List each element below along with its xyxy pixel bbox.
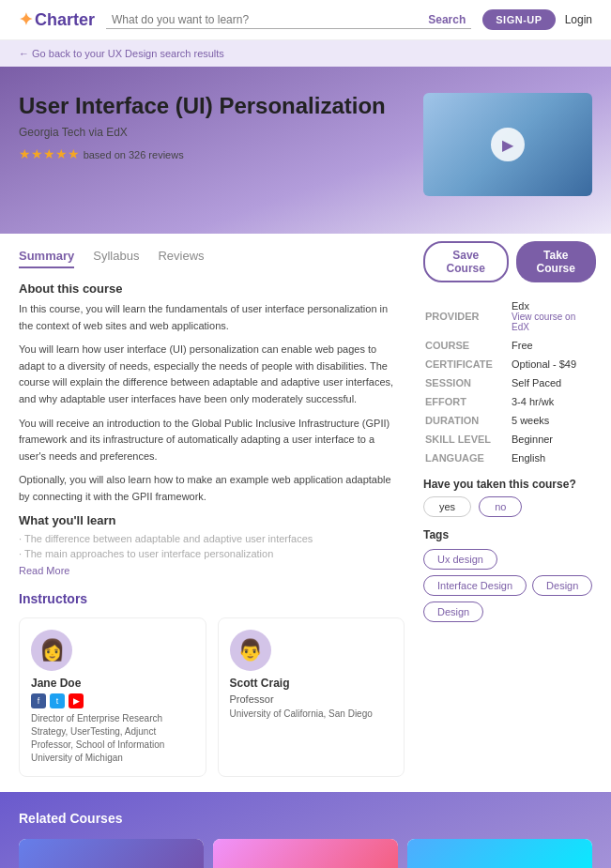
related-card-1[interactable]: Mobile Design and Usability for iOS Feat… bbox=[213, 839, 398, 868]
avatar-2: 👨 bbox=[230, 630, 271, 671]
about-para2: You will learn how user interface (UI) p… bbox=[19, 342, 405, 407]
hero-info: User Interface (UI) Personalization Geor… bbox=[19, 93, 405, 196]
learn-item-2: · The main approaches to user interface … bbox=[19, 548, 405, 559]
course-subtitle: Georgia Tech via EdX bbox=[19, 126, 405, 139]
about-title: About this course bbox=[19, 282, 405, 296]
video-thumbnail[interactable]: ▶ bbox=[423, 93, 592, 196]
tab-summary[interactable]: Summary bbox=[19, 249, 74, 268]
breadcrumb-link[interactable]: ← Go back to your UX Design search resul… bbox=[19, 48, 224, 59]
info-row-session: SESSION Self Paced bbox=[425, 374, 594, 391]
duration-value: 5 weeks bbox=[512, 412, 594, 429]
skill-value: Beginner bbox=[512, 431, 594, 448]
related-title: Related Courses bbox=[19, 811, 592, 826]
logo-text: Charter bbox=[35, 10, 95, 30]
course-stars: ★★★★★ bbox=[19, 146, 80, 161]
learn-item-1: · The difference between adaptable and a… bbox=[19, 533, 405, 544]
hero-section: User Interface (UI) Personalization Geor… bbox=[0, 67, 611, 234]
tabs: Summary Syllabus Reviews bbox=[19, 249, 405, 268]
about-para3: You will receive an introduction to the … bbox=[19, 416, 405, 465]
rating-text: based on 326 reviews bbox=[84, 149, 184, 160]
logo-icon: ✦ bbox=[19, 9, 33, 30]
hero-video[interactable]: ▶ bbox=[423, 93, 592, 196]
twitter-icon[interactable]: t bbox=[50, 693, 65, 708]
provider-link[interactable]: View course on EdX bbox=[512, 312, 594, 332]
tag-3[interactable]: Design bbox=[423, 602, 483, 622]
related-section: Related Courses Interaction Design Speci… bbox=[0, 792, 611, 868]
course-info-table: PROVIDER Edx View course on EdX COURSE F… bbox=[423, 296, 596, 468]
tag-1[interactable]: Interface Design bbox=[423, 575, 527, 596]
instructor-card-2: 👨 Scott Craig Professor University of Ca… bbox=[218, 617, 405, 777]
instructors-title: Instructors bbox=[19, 591, 405, 606]
certificate-value: Optional - $49 bbox=[512, 356, 594, 373]
yes-no-buttons: yes no bbox=[423, 496, 596, 517]
session-value: Self Paced bbox=[512, 374, 594, 391]
play-button[interactable]: ▶ bbox=[491, 128, 525, 161]
certificate-label: CERTIFICATE bbox=[425, 356, 510, 373]
youtube-icon[interactable]: ▶ bbox=[69, 693, 84, 708]
content-left: Summary Syllabus Reviews About this cour… bbox=[0, 234, 423, 792]
provider-label: PROVIDER bbox=[425, 297, 510, 335]
about-para4: Optionally, you will also learn how to m… bbox=[19, 472, 405, 505]
learn-title: What you'll learn bbox=[19, 513, 405, 527]
instructor-card-1: 👩 Jane Doe f t ▶ Director of Enterprise … bbox=[19, 617, 206, 777]
info-row-language: LANGUAGE English bbox=[425, 449, 594, 466]
info-row-duration: DURATION 5 weeks bbox=[425, 412, 594, 429]
info-row-certificate: CERTIFICATE Optional - $49 bbox=[425, 356, 594, 373]
skill-label: SKILL LEVEL bbox=[425, 431, 510, 448]
taken-question: Have you taken this course? bbox=[423, 478, 596, 491]
header-actions: SIGN-UP Login bbox=[482, 9, 592, 30]
info-row-provider: PROVIDER Edx View course on EdX bbox=[425, 297, 594, 335]
instructors-section: Instructors 👩 Jane Doe f t ▶ Director of… bbox=[19, 591, 405, 777]
instructor-name-2: Scott Craig bbox=[230, 677, 393, 690]
tag-0[interactable]: Ux design bbox=[423, 549, 497, 570]
search-button[interactable]: Search bbox=[428, 13, 466, 26]
info-row-effort: EFFORT 3-4 hr/wk bbox=[425, 393, 594, 410]
take-course-button[interactable]: Take Course bbox=[516, 241, 596, 282]
facebook-icon[interactable]: f bbox=[31, 693, 46, 708]
tag-2[interactable]: Design bbox=[532, 575, 592, 596]
yes-button[interactable]: yes bbox=[423, 496, 471, 517]
course-value: Free bbox=[512, 337, 594, 354]
language-value: English bbox=[512, 449, 594, 466]
login-button[interactable]: Login bbox=[565, 13, 592, 26]
effort-value: 3-4 hr/wk bbox=[512, 393, 594, 410]
signup-button[interactable]: SIGN-UP bbox=[482, 9, 555, 30]
related-grid: Interaction Design Specialization You wi… bbox=[19, 839, 592, 868]
save-course-button[interactable]: Save Course bbox=[423, 241, 509, 282]
provider-value: Edx View course on EdX bbox=[512, 297, 594, 335]
instructors-grid: 👩 Jane Doe f t ▶ Director of Enterprise … bbox=[19, 617, 405, 777]
header: ✦ Charter Search SIGN-UP Login bbox=[0, 0, 611, 40]
read-more-link[interactable]: Read More bbox=[19, 565, 405, 576]
instructor-name-1: Jane Doe bbox=[31, 677, 194, 690]
related-card-2[interactable]: Agile Software Development Software indu… bbox=[407, 839, 592, 868]
instructor-socials-1: f t ▶ bbox=[31, 693, 194, 708]
about-para1: In this course, you will learn the funda… bbox=[19, 301, 405, 334]
course-label: COURSE bbox=[425, 337, 510, 354]
related-card-0[interactable]: Interaction Design Specialization You wi… bbox=[19, 839, 204, 868]
instructor-desc-1: Director of Enterprise Research Strategy… bbox=[31, 712, 194, 765]
no-button[interactable]: no bbox=[479, 496, 522, 517]
card-image-2 bbox=[407, 839, 592, 868]
info-row-skill: SKILL LEVEL Beginner bbox=[425, 431, 594, 448]
card-image-0 bbox=[19, 839, 204, 868]
tags-title: Tags bbox=[423, 528, 596, 541]
avatar-1: 👩 bbox=[31, 630, 72, 671]
search-input[interactable] bbox=[112, 13, 428, 26]
instructor-institution-2: University of California, San Diego bbox=[230, 708, 393, 721]
main-content: Summary Syllabus Reviews About this cour… bbox=[0, 234, 611, 792]
breadcrumb[interactable]: ← Go back to your UX Design search resul… bbox=[0, 40, 611, 67]
effort-label: EFFORT bbox=[425, 393, 510, 410]
session-label: SESSION bbox=[425, 374, 510, 391]
course-title: User Interface (UI) Personalization bbox=[19, 93, 405, 120]
search-bar: Search bbox=[106, 11, 471, 29]
tab-syllabus[interactable]: Syllabus bbox=[93, 249, 139, 268]
tab-reviews[interactable]: Reviews bbox=[158, 249, 204, 268]
duration-label: DURATION bbox=[425, 412, 510, 429]
card-image-1 bbox=[213, 839, 398, 868]
info-row-course: COURSE Free bbox=[425, 337, 594, 354]
language-label: LANGUAGE bbox=[425, 449, 510, 466]
instructor-role-2: Professor bbox=[230, 693, 393, 705]
tags-container: Ux design Interface Design Design Design bbox=[423, 549, 596, 622]
logo[interactable]: ✦ Charter bbox=[19, 9, 95, 30]
course-actions: Save Course Take Course bbox=[423, 241, 596, 282]
